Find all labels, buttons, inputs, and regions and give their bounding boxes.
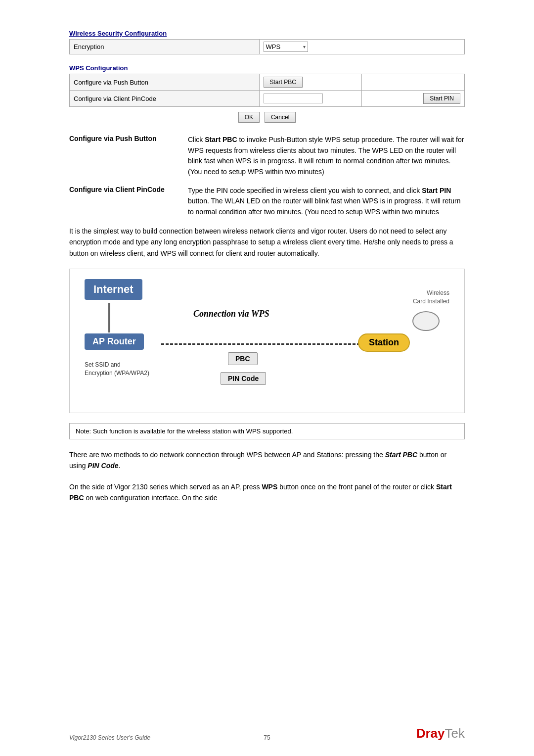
encryption-value-cell: WPS ▾ (259, 40, 464, 54)
station-box: Station (358, 333, 410, 352)
start-pin-button[interactable]: Start PIN (423, 93, 460, 104)
final-paragraph-1: There are two methods to do network conn… (69, 449, 465, 472)
dashed-connection-line (161, 343, 369, 345)
set-ssid-text: Set SSID andEncryption (WPA/WPA2) (85, 361, 149, 378)
wps-diagram: Internet AP Router Set SSID andEncryptio… (69, 269, 465, 413)
pin-code-input-cell (259, 91, 362, 107)
push-button-desc-row: Configure via Push Button Click Start PB… (69, 135, 465, 178)
encryption-select[interactable]: WPS ▾ (264, 42, 308, 52)
start-pbc-button[interactable]: Start PBC (264, 77, 303, 88)
footer: Vigor2130 Series User's Guide 75 DrayTek (0, 726, 534, 741)
encryption-selected-value: WPS (266, 43, 303, 50)
brand-logo: DrayTek (416, 726, 465, 741)
wps-config-section: WPS Configuration Configure via Push But… (69, 64, 465, 107)
pin-code-desc-row: Configure via Client PinCode Type the PI… (69, 186, 465, 218)
internet-box: Internet (85, 279, 142, 300)
wireless-card-icon (412, 311, 440, 331)
footer-page-number: 75 (264, 734, 270, 741)
descriptions-section: Configure via Push Button Click Start PB… (69, 135, 465, 218)
note-box: Note: Such function is available for the… (69, 423, 465, 439)
wps-config-table: Configure via Push Button Start PBC Conf… (69, 74, 465, 107)
brand-dray: Dray (416, 726, 445, 741)
push-button-extra-cell (362, 74, 465, 91)
push-button-desc-text: Click Start PBC to invoke Push-Button st… (188, 135, 465, 178)
pin-code-desc-title: Configure via Client PinCode (69, 186, 188, 193)
push-button-row: Configure via Push Button Start PBC (70, 74, 465, 91)
brand-tek: Tek (445, 726, 465, 741)
wireless-card-text: WirelessCard Installed (413, 289, 449, 306)
pin-code-input[interactable] (264, 94, 323, 103)
pin-code-desc-text: Type the PIN code specified in wireless … (188, 186, 465, 218)
wireless-security-section: Wireless Security Configuration Encrypti… (69, 30, 465, 54)
pin-code-label: Configure via Client PinCode (70, 91, 260, 107)
chevron-down-icon: ▾ (303, 44, 306, 49)
cancel-button[interactable]: Cancel (265, 112, 296, 123)
ap-router-box: AP Router (85, 333, 144, 350)
push-button-input-cell: Start PBC (259, 74, 362, 91)
push-button-label: Configure via Push Button (70, 74, 260, 91)
connection-via-wps-label: Connection via WPS (193, 309, 269, 319)
pbc-box: PBC (228, 352, 258, 365)
pin-code-row: Configure via Client PinCode Start PIN (70, 91, 465, 107)
pin-code-box: PIN Code (221, 372, 266, 385)
start-pin-cell: Start PIN (362, 91, 465, 107)
encryption-row: Encryption WPS ▾ (70, 40, 465, 54)
encryption-label: Encryption (70, 40, 260, 54)
ok-button[interactable]: OK (238, 112, 260, 123)
diagram-inner: Internet AP Router Set SSID andEncryptio… (80, 279, 454, 408)
vertical-connection-line (108, 303, 110, 332)
final-paragraph-2: On the side of Vigor 2130 series which s… (69, 481, 465, 504)
wireless-security-title: Wireless Security Configuration (69, 30, 465, 37)
ok-cancel-row: OK Cancel (69, 112, 465, 123)
push-button-desc-title: Configure via Push Button (69, 135, 188, 142)
body-paragraph-1: It is the simplest way to build connecti… (69, 226, 465, 259)
wireless-security-table: Encryption WPS ▾ (69, 39, 465, 54)
wps-config-title: WPS Configuration (69, 64, 465, 72)
footer-guide-title: Vigor2130 Series User's Guide (69, 734, 150, 741)
